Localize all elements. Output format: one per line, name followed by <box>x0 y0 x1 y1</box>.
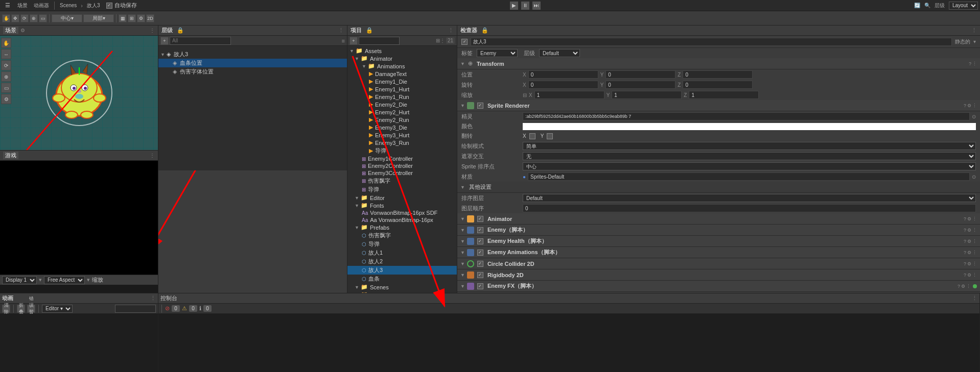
animation-content[interactable] <box>0 314 158 372</box>
hierarchy-dots[interactable]: ⋮ <box>338 27 344 34</box>
project-enemy3hurt[interactable]: ▶ Enemy3_Hurt <box>347 131 457 139</box>
collider-info-icon[interactable]: ? <box>964 261 966 266</box>
pivot-local-btn[interactable]: 局部▾ <box>83 14 114 22</box>
animator-settings-icon[interactable]: ⚙ <box>967 216 971 221</box>
animator-menu[interactable]: 动画器 <box>32 2 51 10</box>
hierarchy-item-root[interactable]: ▼ ◈ 故人3 <box>158 50 347 59</box>
scene-tab[interactable]: 场景 <box>3 27 18 34</box>
auto-save-checkbox[interactable]: ✓ <box>106 3 112 9</box>
enemy-health-header[interactable]: ▼ ✓ Enemy Health（脚本） ? ⚙ ⋮ <box>457 236 980 247</box>
rigidbody-header[interactable]: ▼ ✓ Rigidbody 2D ? ⚙ ⋮ <box>457 269 980 281</box>
pause-button[interactable]: ⏸ <box>521 2 529 10</box>
aspect-select[interactable]: Free Aspect <box>44 276 85 284</box>
inspector-lock[interactable]: 🔒 <box>481 27 488 34</box>
file-menu[interactable]: ☰ <box>2 1 13 10</box>
animation-search[interactable] <box>115 305 156 313</box>
scene-view[interactable]: ✋ ↔ ⟳ ⊕ ▭ ⚙ <box>0 36 158 150</box>
hand-scene-btn[interactable]: ✋ <box>1 38 11 48</box>
rb-menu-icon[interactable]: ⋮ <box>972 272 977 278</box>
color-picker[interactable] <box>523 123 976 130</box>
scale-scene-btn[interactable]: ⊕ <box>1 71 11 82</box>
collider-menu-icon[interactable]: ⋮ <box>972 261 977 266</box>
rect-tool[interactable]: ▭ <box>39 14 47 22</box>
enemy-health-checkbox[interactable]: ✓ <box>477 238 483 244</box>
refresh-icon[interactable]: 🔄 <box>914 3 920 8</box>
fx-menu-icon[interactable]: ⋮ <box>966 284 971 289</box>
pos-z-field[interactable] <box>683 70 753 79</box>
anims-info-icon[interactable]: ? <box>964 250 966 255</box>
display-select[interactable]: Display 1 <box>2 276 37 284</box>
hierarchy-menu-icon[interactable]: ≡ <box>342 38 345 44</box>
material-field[interactable] <box>528 172 970 181</box>
circle-collider-checkbox[interactable]: ✓ <box>477 261 483 267</box>
search-icon[interactable]: 🔍 <box>924 3 930 8</box>
animator-menu-icon[interactable]: ⋮ <box>972 216 977 221</box>
hierarchy-item-blood[interactable]: ◈ 血条位置 <box>158 59 347 67</box>
project-fonts[interactable]: ▼ 📁 Fonts <box>347 202 457 209</box>
sprite-info-icon[interactable]: ? <box>964 103 966 108</box>
rect-scene-btn[interactable]: ▭ <box>1 83 11 93</box>
project-prefab-enemy2[interactable]: ⬡ 故人2 <box>347 257 457 266</box>
order-field[interactable] <box>523 204 976 212</box>
object-active-checkbox[interactable]: ✓ <box>461 39 468 45</box>
project-missile-anim[interactable]: ▶ 导弹 <box>347 146 457 155</box>
project-prefab-missile[interactable]: ⬡ 导弹 <box>347 240 457 249</box>
project-missile-ctrl[interactable]: ⊞ 导弹 <box>347 185 457 194</box>
console-dots[interactable]: ⋮ <box>972 295 977 302</box>
project-prefab-blood[interactable]: ⬡ 血条 <box>347 275 457 283</box>
project-enemy2run[interactable]: ▶ Enemy2_Run <box>347 116 457 123</box>
project-editor[interactable]: ▼ 📁 Editor <box>347 194 457 202</box>
project-enemy2die[interactable]: ▶ Enemy2_Die <box>347 101 457 108</box>
sprite-menu-icon[interactable]: ⋮ <box>972 103 977 108</box>
clear-btn[interactable]: 清除 <box>2 305 10 313</box>
project-enemy3run[interactable]: ▶ Enemy3_Run <box>347 139 457 146</box>
flip-y-checkbox[interactable] <box>547 133 553 139</box>
inspector-dots[interactable]: ⋮ <box>971 27 977 34</box>
enemy-anims-header[interactable]: ▼ ✓ Enemy Animations（脚本） ? ⚙ ⋮ <box>457 247 980 258</box>
enemy-info-icon[interactable]: ? <box>964 228 966 233</box>
animator-checkbox[interactable]: ✓ <box>477 216 483 222</box>
anims-menu-icon[interactable]: ⋮ <box>972 250 977 255</box>
hierarchy-search[interactable] <box>170 37 231 45</box>
sort-layer-select[interactable]: Default <box>523 194 976 202</box>
project-prefab-enemy1[interactable]: ⬡ 故人1 <box>347 249 457 257</box>
scale-z-field[interactable] <box>689 91 759 99</box>
transform-info-icon[interactable]: ? <box>969 61 971 66</box>
hierarchy-lock[interactable]: 🔒 <box>177 27 184 34</box>
rot-scene-btn[interactable]: ⟳ <box>1 60 11 70</box>
rot-y-field[interactable] <box>605 81 675 89</box>
enemy-fx-header[interactable]: ▼ ✓ Enemy FX（脚本） ? ⚙ ⋮ <box>457 281 980 292</box>
step-button[interactable]: ⏭ <box>532 2 541 10</box>
object-breadcrumb[interactable]: 故人3 <box>85 2 102 10</box>
project-prefab-enemy3[interactable]: ⬡ 故人3 <box>347 266 457 275</box>
hand-tool[interactable]: ✋ <box>2 14 10 22</box>
scale-x-field[interactable] <box>534 91 604 99</box>
transform-header[interactable]: ▼ ⊕ Transform ? ⋮ <box>457 58 980 69</box>
pause-error-btn[interactable]: 错误暂停 <box>27 305 35 313</box>
rot-z-field[interactable] <box>683 81 753 89</box>
rigidbody-checkbox[interactable]: ✓ <box>477 272 483 278</box>
grid2-btn[interactable]: ⊞ <box>128 14 136 22</box>
health-settings-icon[interactable]: ⚙ <box>967 239 971 244</box>
scale-tool[interactable]: ⊕ <box>30 14 38 22</box>
collapse-btn[interactable]: 折叠 <box>17 305 25 313</box>
enemy-menu-icon[interactable]: ⋮ <box>972 228 977 233</box>
scene-options[interactable]: ⚙ <box>20 28 25 33</box>
project-enemy2hurt[interactable]: ▶ Enemy2_Hurt <box>347 108 457 116</box>
fx-settings-icon[interactable]: ⚙ <box>961 284 965 289</box>
scene-dots[interactable]: ⋮ <box>150 28 155 33</box>
animation-dots[interactable]: ⋮ <box>150 295 156 302</box>
move-tool[interactable]: ✥ <box>11 14 19 22</box>
project-prefabs[interactable]: ▼ 📁 Prefabs <box>347 224 457 231</box>
pos-x-field[interactable] <box>528 70 598 79</box>
project-enemy1hurt[interactable]: ▶ Enemy1_Hurt <box>347 85 457 93</box>
health-menu-icon[interactable]: ⋮ <box>972 239 977 244</box>
layer-select[interactable]: Default <box>539 49 580 57</box>
enemy-anims-checkbox[interactable]: ✓ <box>477 250 483 256</box>
other-settings-header[interactable]: ▼ 其他设置 <box>457 182 980 193</box>
game-dots[interactable]: ⋮ <box>150 153 155 158</box>
project-enemy1run[interactable]: ▶ Enemy1_Run <box>347 93 457 101</box>
hierarchy-add-btn[interactable]: + <box>160 37 169 45</box>
tag-select[interactable]: Enemy <box>477 49 518 57</box>
grid-btn[interactable]: ▦ <box>119 14 127 22</box>
